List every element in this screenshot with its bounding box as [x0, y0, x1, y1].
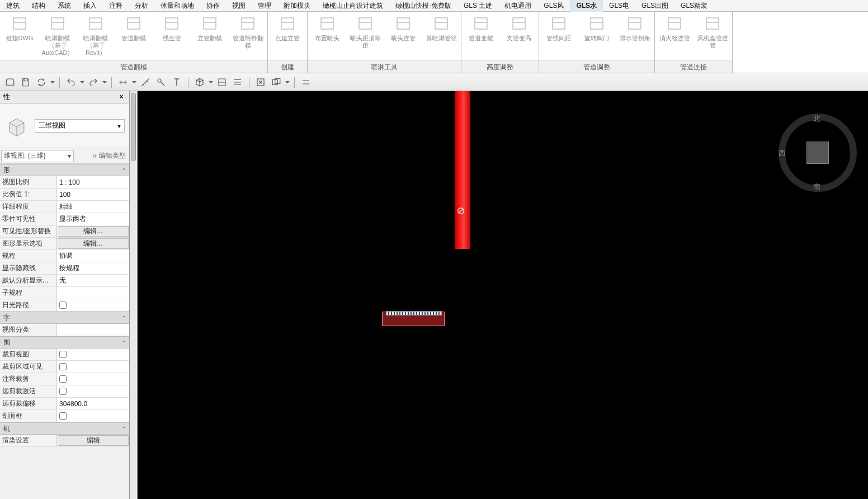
property-value[interactable]	[57, 299, 129, 311]
property-value[interactable]: 显示两者	[57, 213, 129, 225]
property-checkbox[interactable]	[59, 388, 67, 395]
redo-icon[interactable]	[87, 76, 100, 89]
menu-item[interactable]: GLS精装	[674, 0, 714, 12]
menu-item[interactable]: 结构	[26, 0, 51, 12]
property-value[interactable]: 304800.0	[57, 398, 129, 409]
open-icon[interactable]	[3, 76, 17, 89]
menu-item[interactable]: GLS出图	[635, 0, 674, 12]
collapse-icon[interactable]: ⌃	[121, 167, 126, 173]
branch-height-button[interactable]: 支管变高	[503, 14, 535, 42]
hydrant-connect-button[interactable]: 消火栓连管	[658, 14, 691, 42]
property-value[interactable]: 编辑	[58, 435, 129, 446]
property-checkbox[interactable]	[59, 363, 67, 370]
property-value[interactable]	[57, 385, 129, 397]
property-value[interactable]	[57, 373, 129, 385]
menu-item[interactable]: 体量和场地	[154, 0, 200, 12]
menu-item[interactable]: GLS电	[603, 0, 635, 12]
property-category[interactable]: 形⌃	[0, 164, 129, 176]
property-value[interactable]: 无	[57, 275, 129, 286]
model-column[interactable]	[455, 91, 470, 249]
pipe-gap-button[interactable]: 管线间距	[542, 14, 575, 42]
view-cube-west[interactable]: 西	[779, 148, 786, 158]
riser-flip-button[interactable]: 立管翻模	[194, 14, 226, 42]
save-icon[interactable]	[19, 76, 32, 89]
align-icon[interactable]	[116, 76, 130, 89]
dropdown-icon[interactable]	[132, 76, 136, 89]
spray-autocad-button[interactable]: 喷淋翻模 （基于AutoCAD）	[41, 14, 74, 57]
edit-type-button[interactable]: ⌗ 编辑类型	[89, 151, 129, 161]
menu-item[interactable]: 附加模块	[277, 0, 317, 12]
drain-chamfer-button[interactable]: 排水管倒角	[619, 14, 651, 42]
view-cube-north[interactable]: 北	[813, 114, 820, 124]
spray-top-dist-button[interactable]: 喷头距顶等距	[349, 14, 381, 49]
close-inactive-icon[interactable]	[254, 76, 267, 89]
property-value[interactable]	[57, 324, 129, 336]
menu-item[interactable]: 插入	[77, 0, 103, 12]
menu-item[interactable]: 协作	[200, 0, 226, 12]
view3d-icon[interactable]	[193, 76, 206, 89]
menu-item[interactable]: 机电通用	[498, 0, 537, 12]
dropdown-icon[interactable]	[209, 76, 213, 89]
property-checkbox[interactable]	[59, 412, 67, 420]
section-icon[interactable]	[215, 76, 229, 89]
undo-icon[interactable]	[64, 76, 78, 89]
dropdown-icon[interactable]	[102, 76, 107, 89]
fcu-connect-button[interactable]: 风机盘管连管	[696, 14, 729, 49]
collapse-icon[interactable]: ⌃	[121, 426, 126, 432]
place-spray-button[interactable]: 布置喷头	[311, 14, 343, 42]
menu-item[interactable]: 管理	[252, 0, 277, 12]
point-riser-button[interactable]: 点建立管	[271, 14, 304, 42]
text-icon[interactable]	[170, 76, 183, 89]
property-value[interactable]	[57, 410, 129, 422]
viewport-3d[interactable]: 北 西 南	[138, 91, 868, 499]
customize-icon[interactable]	[299, 76, 313, 89]
switch-window-icon[interactable]	[270, 76, 283, 89]
menu-item[interactable]: 建筑	[0, 0, 26, 12]
type-selector[interactable]: 三维视图 ▾	[35, 119, 125, 133]
properties-scrollbar[interactable]	[130, 91, 138, 499]
property-value[interactable]: 精细	[57, 201, 129, 213]
menu-item[interactable]: GLS 土建	[457, 0, 498, 12]
dropdown-icon[interactable]	[285, 76, 290, 89]
property-value[interactable]: 编辑...	[58, 238, 129, 249]
link-dwg-button[interactable]: 链接DWG	[3, 14, 36, 42]
view-cube-face[interactable]	[806, 142, 829, 164]
rotate-valve-button[interactable]: 旋转阀门	[581, 14, 613, 42]
pipe-acc-flip-button[interactable]: 管道附件翻模	[232, 14, 264, 49]
line-pipe-button[interactable]: 线生管	[155, 14, 188, 42]
property-category[interactable]: 字⌃	[0, 312, 129, 324]
property-checkbox[interactable]	[59, 351, 67, 358]
dropdown-icon[interactable]	[80, 76, 84, 89]
pipe-slope-button[interactable]: 管道变坡	[465, 14, 497, 42]
property-value[interactable]: 协调	[57, 250, 129, 262]
property-value[interactable]	[57, 287, 129, 299]
property-value[interactable]: 100	[57, 189, 129, 200]
menu-item[interactable]: GLS风	[537, 0, 570, 12]
property-value[interactable]: 编辑...	[58, 226, 129, 237]
thin-lines-icon[interactable]	[231, 76, 244, 89]
property-value[interactable]: 按规程	[57, 262, 129, 274]
collapse-icon[interactable]: ⌃	[121, 340, 126, 346]
scrollbar-thumb[interactable]	[131, 93, 136, 161]
menu-item[interactable]: GLS水	[570, 0, 603, 12]
menu-item[interactable]: 视图	[226, 0, 252, 12]
menu-item[interactable]: 注释	[103, 0, 129, 12]
view-cube-south[interactable]: 南	[813, 182, 820, 192]
property-checkbox[interactable]	[59, 375, 67, 383]
sync-icon[interactable]	[35, 76, 48, 89]
spray-revit-button[interactable]: 喷淋翻模 （基于Revit）	[79, 14, 112, 57]
calc-spray-dia-button[interactable]: 算喷淋管径	[425, 14, 457, 42]
instance-combo[interactable]: 维视图: {三维} ▾	[1, 150, 74, 162]
close-icon[interactable]: ×	[117, 93, 126, 102]
measure-icon[interactable]	[139, 76, 152, 89]
menu-item[interactable]: 分析	[129, 0, 154, 12]
property-value[interactable]: 1 : 100	[57, 176, 129, 188]
spray-connect-button[interactable]: 喷头连管	[387, 14, 419, 42]
menu-item[interactable]: 系统	[51, 0, 77, 12]
view-cube-widget[interactable]: 北 西 南	[779, 114, 857, 192]
model-box-top[interactable]	[386, 311, 442, 316]
menu-item[interactable]: 橄榄山止向设计建筑	[317, 0, 389, 12]
tag-icon[interactable]	[154, 76, 168, 89]
property-value[interactable]	[57, 349, 129, 360]
collapse-icon[interactable]: ⌃	[121, 315, 126, 321]
